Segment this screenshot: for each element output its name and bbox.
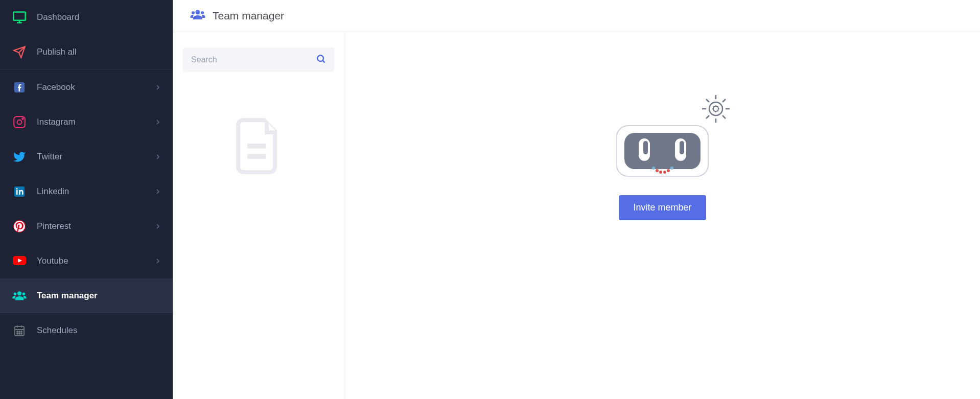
svg-rect-41 [624,133,701,169]
svg-point-47 [656,169,659,172]
chevron-right-icon [155,83,160,92]
main-content: Team manager [173,0,980,399]
search-icon[interactable] [316,54,326,66]
search-box [183,48,334,72]
svg-point-5 [17,120,22,125]
svg-line-38 [706,115,709,119]
send-icon [12,45,27,59]
svg-point-23 [196,10,200,15]
sidebar-item-schedules[interactable]: Schedules [0,313,173,348]
sidebar-item-publish-all[interactable]: Publish all [0,35,173,70]
empty-file-icon [183,118,334,174]
users-icon [190,9,205,22]
svg-point-18 [19,331,20,332]
sidebar-item-label: Facebook [37,82,155,92]
svg-rect-29 [247,154,266,159]
sidebar-item-youtube[interactable]: Youtube [0,244,173,278]
chevron-right-icon [155,222,160,231]
svg-rect-28 [247,144,266,149]
svg-point-25 [201,11,204,14]
svg-point-50 [667,169,670,172]
facebook-icon [12,80,27,95]
svg-point-6 [22,118,24,120]
sidebar-item-team-manager[interactable]: Team manager [0,278,173,313]
sidebar-item-label: Pinterest [37,221,155,231]
content-area: Invite member [173,32,980,399]
sidebar-item-label: Team manager [37,291,160,301]
twitter-icon [12,150,27,164]
svg-point-17 [17,331,18,332]
monitor-icon [12,10,27,25]
svg-point-46 [652,167,655,170]
sidebar-item-facebook[interactable]: Facebook [0,70,173,105]
svg-point-49 [663,171,666,174]
svg-point-11 [14,292,17,295]
robot-illustration [615,124,710,180]
sidebar-item-linkedin[interactable]: Linkedin [0,174,173,209]
sidebar-item-instagram[interactable]: Instagram [0,105,173,139]
youtube-icon [12,254,27,268]
sidebar-item-label: Twitter [37,152,155,162]
right-panel: Invite member [345,32,980,399]
svg-line-27 [323,61,325,63]
lightbulb-icon [701,93,731,126]
svg-point-48 [659,171,662,174]
pinterest-icon [12,219,27,233]
svg-point-26 [317,55,323,61]
sidebar-item-label: Publish all [37,47,160,57]
calendar-icon [12,323,27,338]
svg-line-37 [722,115,726,119]
sidebar: Dashboard Publish all Facebook Instagram… [0,0,173,399]
invite-member-button[interactable]: Invite member [619,195,706,220]
chevron-right-icon [155,152,160,161]
sidebar-item-label: Dashboard [37,12,160,22]
linkedin-icon [12,184,27,199]
chevron-right-icon [155,118,160,127]
svg-point-51 [670,167,673,170]
svg-rect-43 [643,141,648,154]
svg-line-36 [706,99,709,102]
page-title: Team manager [213,10,284,22]
search-input[interactable] [191,55,316,64]
svg-point-24 [192,11,195,14]
robot-icon [615,124,710,178]
left-panel [173,32,345,399]
svg-point-20 [17,333,18,334]
sidebar-item-label: Schedules [37,325,160,336]
svg-point-22 [21,333,22,334]
svg-point-19 [21,331,22,332]
svg-rect-0 [13,12,25,20]
sidebar-item-pinterest[interactable]: Pinterest [0,209,173,244]
sidebar-item-twitter[interactable]: Twitter [0,139,173,174]
users-icon [12,289,27,303]
svg-point-30 [709,102,722,115]
svg-point-10 [17,291,21,295]
sidebar-item-label: Instagram [37,117,155,127]
svg-line-39 [722,99,726,102]
sidebar-item-label: Linkedin [37,186,155,197]
chevron-right-icon [155,256,160,266]
svg-rect-45 [680,141,684,154]
page-header: Team manager [173,0,980,32]
svg-point-21 [19,333,20,334]
instagram-icon [12,115,27,129]
sidebar-item-label: Youtube [37,256,155,266]
chevron-right-icon [155,187,160,196]
svg-point-12 [22,292,26,295]
sidebar-item-dashboard[interactable]: Dashboard [0,0,173,35]
